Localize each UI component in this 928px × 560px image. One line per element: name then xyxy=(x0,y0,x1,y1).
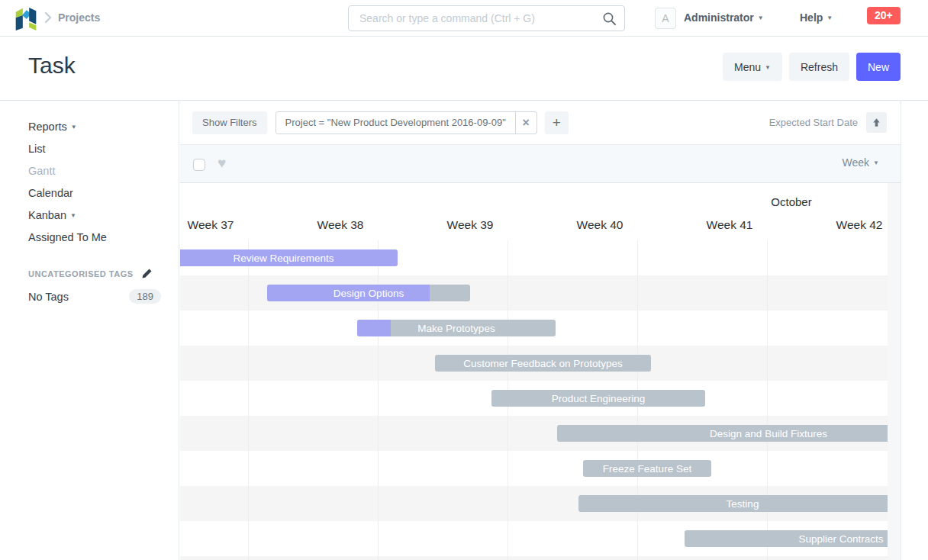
remove-filter-icon[interactable]: × xyxy=(515,112,536,134)
gantt-bar-label: Make Prototypes xyxy=(357,320,556,336)
sidebar-item-kanban[interactable]: Kanban▼ xyxy=(28,204,167,227)
sidebar-item-calendar[interactable]: Calendar xyxy=(28,182,167,204)
tag-filter-label: No Tags xyxy=(28,291,69,303)
refresh-button[interactable]: Refresh xyxy=(789,53,849,81)
page-head: Task Menu▼ Refresh New xyxy=(0,37,928,101)
gantt-gridline xyxy=(767,240,768,560)
page-title: Task xyxy=(28,53,76,79)
gantt-bar-design-and-build-fixtures[interactable]: Design and Build Fixtures xyxy=(557,425,888,442)
menu-button[interactable]: Menu▼ xyxy=(723,53,782,81)
gantt-bar-design-options[interactable]: Design Options xyxy=(267,285,470,301)
gantt-toolbar: ♥ Week▼ xyxy=(180,145,901,183)
page-actions: Menu▼ Refresh New xyxy=(723,53,901,81)
add-filter-button[interactable]: + xyxy=(545,111,569,134)
gantt-bar-testing[interactable]: Testing xyxy=(578,495,888,512)
gantt-bar-label: Design and Build Fixtures xyxy=(557,425,888,442)
gantt-bar-label: Customer Feedback on Prototypes xyxy=(435,355,651,372)
active-filter-text: Project = "New Product Development 2016-… xyxy=(276,117,515,128)
chevron-down-icon: ▼ xyxy=(873,159,879,166)
help-menu-label: Help xyxy=(800,11,823,24)
gantt-bar-freeze-feature-set[interactable]: Freeze Feature Set xyxy=(583,460,711,477)
gantt-week-label: Week 42 xyxy=(817,218,888,232)
breadcrumb[interactable]: Projects xyxy=(58,11,100,24)
gantt-gridline xyxy=(248,240,249,560)
favourite-heart-icon[interactable]: ♥ xyxy=(218,155,226,172)
sidebar-item-reports[interactable]: Reports▼ xyxy=(28,116,167,138)
sidebar-nav: Reports▼ListGanttCalendarKanban▼Assigned… xyxy=(28,116,167,249)
gantt-week-label: Week 41 xyxy=(688,218,772,232)
gantt-bar-label: Freeze Feature Set xyxy=(583,460,711,477)
sidebar-item-list[interactable]: List xyxy=(28,138,167,160)
chevron-down-icon: ▼ xyxy=(70,204,76,227)
gantt-row xyxy=(180,556,888,560)
menu-button-label: Menu xyxy=(734,61,761,73)
gantt-range-select[interactable]: Week▼ xyxy=(843,156,879,169)
breadcrumb-chevron-icon xyxy=(44,11,52,24)
gantt-range-label: Week xyxy=(843,156,870,169)
global-search xyxy=(348,5,625,31)
gantt-bar-review-requirements[interactable]: Review Requirements xyxy=(180,249,398,266)
gantt-viewport[interactable]: OctoberWeek 37Week 38Week 39Week 40Week … xyxy=(180,183,888,560)
sort-ascending-arrow-icon xyxy=(872,117,881,127)
notifications-badge[interactable]: 20+ xyxy=(867,7,901,24)
erpnext-logo[interactable] xyxy=(14,6,37,32)
user-menu-label: Administrator xyxy=(684,11,754,24)
gantt-header: OctoberWeek 37Week 38Week 39Week 40Week … xyxy=(180,183,888,240)
active-filter-pill[interactable]: Project = "New Product Development 2016-… xyxy=(276,111,537,134)
app-window: Projects A Administrator▼ Help▼ 20+ Task… xyxy=(0,0,928,560)
search-icon[interactable] xyxy=(602,11,617,26)
gantt-week-label: Week 40 xyxy=(558,218,642,232)
tag-filter-row[interactable]: No Tags 189 xyxy=(28,289,167,304)
sort-field-label[interactable]: Expected Start Date xyxy=(769,117,858,128)
select-all-checkbox[interactable] xyxy=(193,159,205,171)
list-sidebar: Reports▼ListGanttCalendarKanban▼Assigned… xyxy=(0,101,179,560)
tags-section-header: UNCATEGORISED TAGS xyxy=(28,268,167,279)
gantt-bar-label: Design Options xyxy=(267,285,470,301)
user-menu[interactable]: Administrator▼ xyxy=(684,11,764,24)
search-input[interactable] xyxy=(349,6,624,31)
gantt-week-label: Week 39 xyxy=(428,218,512,232)
sidebar-item-gantt[interactable]: Gantt xyxy=(28,160,167,182)
gantt-grid: Review RequirementsDesign OptionsMake Pr… xyxy=(180,240,888,560)
new-button[interactable]: New xyxy=(856,53,901,81)
gantt-area: OctoberWeek 37Week 38Week 39Week 40Week … xyxy=(180,183,901,560)
chevron-down-icon: ▼ xyxy=(826,14,833,21)
gantt-bar-label: Supplier Contracts xyxy=(685,530,888,547)
gantt-bar-label: Review Requirements xyxy=(180,249,398,266)
gantt-bar-label: Product Engineering xyxy=(491,390,705,407)
help-menu[interactable]: Help▼ xyxy=(800,11,833,24)
avatar[interactable]: A xyxy=(655,8,676,29)
chevron-down-icon: ▼ xyxy=(71,116,77,138)
gantt-row xyxy=(180,451,888,486)
edit-pencil-icon[interactable] xyxy=(141,268,153,279)
chevron-down-icon: ▼ xyxy=(765,64,771,71)
gantt-bar-label: Testing xyxy=(578,495,888,512)
gantt-bar-product-engineering[interactable]: Product Engineering xyxy=(491,390,705,407)
gantt-month-label: October xyxy=(738,195,845,208)
sidebar-item-assigned-to-me[interactable]: Assigned To Me xyxy=(28,227,167,249)
show-filters-button[interactable]: Show Filters xyxy=(192,111,267,134)
gantt-bar-customer-feedback-on-prototypes[interactable]: Customer Feedback on Prototypes xyxy=(435,355,651,372)
gantt-week-label: Week 38 xyxy=(298,218,382,232)
gantt-bar-supplier-contracts[interactable]: Supplier Contracts xyxy=(685,530,888,547)
tags-heading: UNCATEGORISED TAGS xyxy=(28,269,134,278)
sort-direction-button[interactable] xyxy=(866,112,887,133)
content-right-border xyxy=(901,101,901,560)
top-navbar: Projects A Administrator▼ Help▼ 20+ xyxy=(0,0,928,37)
tag-count-badge: 189 xyxy=(129,289,161,304)
chevron-down-icon: ▼ xyxy=(758,14,764,21)
gantt-week-label: Week 37 xyxy=(180,218,253,232)
filter-bar: Show Filters Project = "New Product Deve… xyxy=(180,101,901,145)
sort-area: Expected Start Date xyxy=(769,112,887,133)
gantt-bar-make-prototypes[interactable]: Make Prototypes xyxy=(357,320,556,336)
